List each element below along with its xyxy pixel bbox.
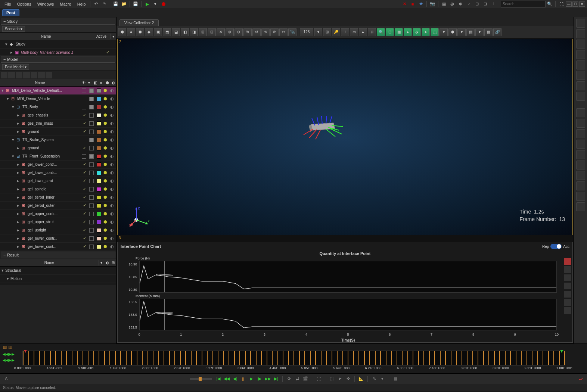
chart-type-icon[interactable] (564, 291, 571, 298)
shade-icon[interactable]: ◐ (110, 211, 115, 216)
mode-checkbox[interactable] (89, 245, 94, 249)
table-icon[interactable]: ▦ (392, 376, 399, 382)
primitive-icon[interactable]: ⬢ (103, 211, 109, 216)
tree-row[interactable]: ▾⊞MDI_Demo_Vehicle_Default...⬢◐ (0, 87, 116, 95)
tree-row[interactable]: ▸⊞ges_chassis✓⬢◐ (0, 111, 116, 119)
expand-icon[interactable]: ▸ (17, 178, 21, 183)
view-tool2-20-icon[interactable]: 🔗 (493, 28, 501, 36)
view-tool-10-icon[interactable]: ⊟ (208, 28, 216, 36)
expand-icon[interactable]: ▸ (17, 195, 21, 200)
mode-checkbox[interactable] (89, 212, 94, 216)
color-swatch[interactable] (97, 245, 101, 249)
color-swatch[interactable] (97, 146, 101, 150)
annotate-icon[interactable]: A̲ (3, 376, 10, 382)
visible-checkbox[interactable] (82, 97, 86, 101)
tree-tool6-icon[interactable] (38, 72, 45, 78)
open-icon[interactable]: 📁 (121, 1, 127, 7)
view-tool2-5-icon[interactable]: ▲ (359, 28, 367, 36)
expand-icon[interactable]: ▸ (17, 187, 21, 192)
visible-checkbox[interactable] (82, 105, 86, 109)
select-icon[interactable]: ⬚ (328, 376, 335, 382)
mode-checkbox[interactable] (89, 179, 94, 183)
expand-icon[interactable]: ▾ (7, 96, 10, 101)
view-tool2-17-icon[interactable]: ▤ (466, 28, 475, 36)
model-panel-header[interactable]: −Model (1, 56, 115, 63)
result-tree[interactable]: ▾Structural ▾Motion ▸◆Displacements Tran… (0, 267, 116, 285)
visible-check-icon[interactable]: ✓ (82, 244, 87, 249)
moment-subplot[interactable]: Moment (N mm) 163.5 163.0 162.5 (121, 294, 560, 332)
expand-icon[interactable]: ▸ (17, 203, 21, 208)
primitive-icon[interactable]: ⬢ (103, 228, 109, 233)
color-swatch[interactable] (97, 88, 101, 93)
tool6-icon[interactable]: ⊡ (482, 1, 488, 7)
right-tool-7-icon[interactable] (576, 92, 585, 101)
right-tool-5-icon[interactable] (576, 71, 585, 80)
expand-icon[interactable]: ▸ (17, 211, 21, 216)
view-tool-9-icon[interactable]: ⊞ (199, 28, 207, 36)
mode-checkbox[interactable] (89, 88, 94, 93)
color-swatch[interactable] (97, 97, 101, 101)
view-tool2-8-icon[interactable]: ⊡ (386, 28, 394, 36)
visible-checkbox[interactable] (82, 138, 86, 142)
shade-icon[interactable]: ◐ (110, 146, 115, 150)
view-tool-5-icon[interactable]: ⬒ (163, 28, 171, 36)
right-tool-9-icon[interactable] (576, 119, 585, 128)
shade-icon[interactable]: ◐ (110, 96, 115, 101)
color-swatch[interactable] (97, 121, 101, 126)
expand-icon[interactable]: ▸ (17, 129, 21, 134)
shade-icon[interactable]: ◐ (110, 121, 115, 126)
menu-options[interactable]: Options (14, 1, 34, 7)
chart-line-icon[interactable] (564, 274, 571, 281)
visible-check-icon[interactable]: ✓ (82, 220, 87, 224)
primitive-icon[interactable]: ⬢ (103, 113, 109, 118)
chart-close-icon[interactable] (564, 258, 571, 265)
primitive-icon[interactable]: ⬢ (103, 203, 109, 208)
view-tool-11-icon[interactable]: ✕ (217, 28, 225, 36)
goto-end-icon[interactable]: ▶| (273, 376, 279, 382)
chart-legend-icon[interactable] (564, 266, 571, 273)
tree-tool2-icon[interactable] (8, 72, 15, 78)
right-tool-13-icon[interactable] (576, 161, 585, 169)
tl-fwd-icon[interactable]: ▶▶ (9, 351, 14, 357)
maximize-button[interactable]: ☐ (572, 1, 578, 7)
tree-tool7-icon[interactable] (46, 72, 52, 78)
more-icon[interactable]: ▾ (379, 376, 386, 382)
view-tool-2-icon[interactable]: ⬣ (136, 28, 144, 36)
eye-col-icon[interactable]: 👁 (80, 80, 86, 85)
view-tool2-15-icon[interactable]: ⬢ (448, 28, 457, 36)
shade-icon[interactable]: ◐ (110, 220, 115, 224)
color-swatch[interactable] (97, 195, 101, 200)
view-tool-12-icon[interactable]: ⊕ (226, 28, 234, 36)
chart-bar-icon[interactable] (564, 307, 571, 314)
primitive-icon[interactable]: ⬢ (103, 96, 109, 101)
visible-check-icon[interactable]: ✓ (82, 211, 87, 216)
color-swatch[interactable] (97, 236, 101, 241)
mode-checkbox[interactable] (89, 195, 94, 200)
expand-icon[interactable]: ▸ (17, 228, 21, 233)
mode-checkbox[interactable] (89, 105, 94, 109)
redo-icon[interactable]: ↷ (101, 1, 108, 7)
tool4-icon[interactable]: ⟋ (465, 1, 472, 7)
right-tool-6-icon[interactable] (576, 81, 585, 90)
menu-file[interactable]: File (1, 1, 14, 7)
color-swatch[interactable] (97, 187, 101, 192)
mode-checkbox[interactable] (89, 97, 94, 101)
play-button-icon[interactable]: ▶ (248, 376, 255, 382)
view-tool-1-icon[interactable]: ● (127, 28, 135, 36)
right-tool-10-icon[interactable] (576, 129, 585, 138)
tree-row[interactable]: ▸⊞gel_spindle✓⬢◐ (0, 185, 116, 193)
tree-row[interactable]: ▸⊞gel_lower_strut✓⬢◐ (0, 177, 116, 185)
primitive-icon[interactable]: ⬢ (103, 105, 109, 109)
mode-checkbox[interactable] (89, 236, 94, 241)
study-tree[interactable]: ▾ ◆ Study ▸ ▣ Multi-body Transient Scena… (0, 40, 116, 55)
view-tool2-7-icon[interactable]: 🔍 (377, 28, 385, 36)
result-panel-header[interactable]: −Result (1, 252, 115, 258)
tree-tool4-icon[interactable] (23, 72, 30, 78)
menu-windows[interactable]: Windows (34, 1, 57, 7)
visible-check-icon[interactable]: ✓ (82, 121, 87, 126)
expand-icon[interactable]: ▸ (17, 220, 21, 224)
tree-row[interactable]: ▸⊞ges_trim_mass✓⬢◐ (0, 119, 116, 128)
right-tool-15-icon[interactable] (576, 181, 585, 190)
model-tree[interactable]: ▾⊞MDI_Demo_Vehicle_Default...⬢◐▾⊞MDI_Dem… (0, 87, 116, 251)
primitive-icon[interactable]: ⬢ (103, 154, 109, 159)
